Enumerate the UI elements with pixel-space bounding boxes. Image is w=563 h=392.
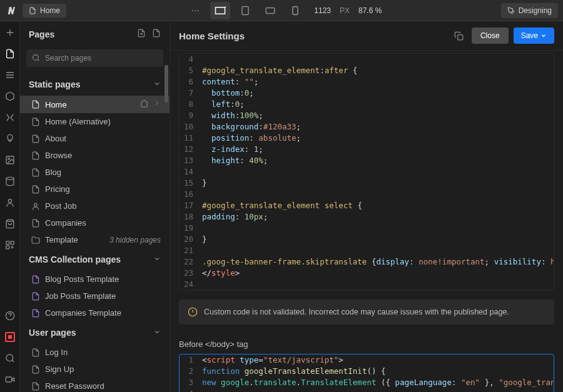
sidebar-page-item[interactable]: Pricing xyxy=(20,181,170,198)
zoom-value[interactable]: 87.6 % xyxy=(358,6,382,15)
save-button[interactable]: Save xyxy=(514,28,554,44)
variables-icon[interactable] xyxy=(4,111,16,124)
code-line[interactable]: 7 bottom:0; xyxy=(180,88,554,99)
webflow-logo-icon[interactable] xyxy=(5,4,18,17)
create-page-icon[interactable] xyxy=(137,29,146,39)
code-line[interactable]: 5#google_translate_element:after { xyxy=(180,65,554,76)
page-selector-button[interactable]: Home xyxy=(23,4,66,18)
sidebar-page-item[interactable]: Blog xyxy=(20,164,170,181)
sidebar-page-item[interactable]: Log In xyxy=(20,344,170,361)
code-text: #google_translate_element:after { xyxy=(198,65,357,76)
scrollbar-thumb[interactable] xyxy=(165,65,168,103)
assets-icon[interactable] xyxy=(4,154,16,166)
code-line[interactable]: 21 xyxy=(180,245,554,256)
code-line[interactable]: 17#google_translate_element select { xyxy=(180,200,554,211)
desktop-base-breakpoint-icon[interactable] xyxy=(210,2,230,19)
page-settings-chevron-icon[interactable] xyxy=(153,99,161,109)
sidebar-page-item[interactable]: About xyxy=(20,130,170,147)
code-line[interactable]: 4 xyxy=(180,54,554,65)
canvas-width-value[interactable]: 1123 xyxy=(314,6,331,15)
code-line[interactable]: 18padding: 10px; xyxy=(180,211,554,223)
head-code-editor[interactable]: 45#google_translate_element:after {6cont… xyxy=(179,53,554,291)
warning-text: Custom code is not validated. Incorrect … xyxy=(204,308,509,316)
users-icon[interactable] xyxy=(4,196,16,209)
code-line[interactable]: 1<script type="text/javscript"> xyxy=(180,354,554,366)
line-number: 22 xyxy=(180,256,198,268)
video-tutorial-icon[interactable] xyxy=(4,373,16,386)
pages-panel-icon[interactable] xyxy=(4,48,16,60)
page-label: Log In xyxy=(45,348,68,357)
apps-icon[interactable] xyxy=(4,239,16,251)
line-number: 16 xyxy=(180,189,198,200)
code-line[interactable]: 10 background:#120a33; xyxy=(180,121,554,133)
search-icon xyxy=(32,54,40,64)
svg-rect-1 xyxy=(242,6,248,14)
landscape-breakpoint-icon[interactable] xyxy=(260,2,280,19)
design-mode-button[interactable]: Designing xyxy=(501,3,558,18)
add-element-icon[interactable] xyxy=(4,26,16,39)
code-line[interactable]: 9 width:100%; xyxy=(180,110,554,121)
code-line[interactable]: 4 xyxy=(180,388,554,392)
static-pages-section-header[interactable]: Static pages xyxy=(20,73,170,96)
code-line[interactable]: 24 xyxy=(180,279,554,290)
sidebar-page-item[interactable]: Home (Alernative) xyxy=(20,113,170,130)
page-label: Template xyxy=(45,235,78,244)
copy-icon[interactable] xyxy=(452,28,467,43)
body-code-editor[interactable]: 1<script type="text/javscript">2function… xyxy=(179,354,554,392)
page-type-icon xyxy=(31,292,40,301)
sidebar-page-item[interactable]: Job Posts Template xyxy=(20,288,170,304)
search-pages-input[interactable] xyxy=(26,49,163,67)
code-line[interactable]: 2function googleTranslateElementInit() { xyxy=(180,366,554,377)
line-number: 7 xyxy=(180,88,198,99)
code-line[interactable]: 6content: ""; xyxy=(180,76,554,88)
create-folder-icon[interactable] xyxy=(152,29,161,39)
more-icon[interactable]: ⋯ xyxy=(185,2,205,19)
sidebar-page-item[interactable]: Reset Password xyxy=(20,378,170,392)
page-type-icon xyxy=(31,151,40,160)
page-type-icon xyxy=(31,309,40,318)
cms-icon[interactable] xyxy=(4,175,16,188)
cms-pages-section-header[interactable]: CMS Collection pages xyxy=(20,248,170,271)
code-line[interactable]: 19 xyxy=(180,223,554,234)
sidebar-page-item[interactable]: Post Job xyxy=(20,198,170,214)
pages-panel: Pages Static pages HomeHome (Alernative)… xyxy=(20,21,170,392)
code-line[interactable]: 20} xyxy=(180,234,554,245)
sidebar-page-item[interactable]: Companies Template xyxy=(20,304,170,321)
chevron-down-icon xyxy=(540,33,547,39)
code-line[interactable]: 8 left:0; xyxy=(180,99,554,110)
sidebar-page-item[interactable]: Blog Posts Template xyxy=(20,271,170,288)
code-line[interactable]: 22.goog-te-banner-frame.skiptranslate {d… xyxy=(180,256,554,268)
sidebar-page-item[interactable]: Companies xyxy=(20,214,170,231)
code-line[interactable]: 12 z-index: 1; xyxy=(180,144,554,155)
sidebar-page-item[interactable]: Template3 hidden pages xyxy=(20,231,170,248)
tablet-breakpoint-icon[interactable] xyxy=(235,2,255,19)
left-tool-rail xyxy=(0,21,20,392)
code-line[interactable]: 11 position: absolute; xyxy=(180,133,554,144)
recording-indicator-icon[interactable] xyxy=(4,331,16,343)
code-text xyxy=(198,245,202,256)
code-line[interactable]: 16 xyxy=(180,189,554,200)
section-title: User pages xyxy=(29,328,76,338)
code-line[interactable]: 15} xyxy=(180,178,554,189)
sidebar-page-item[interactable]: Home xyxy=(20,96,170,113)
page-label: Post Job xyxy=(45,201,77,211)
code-line[interactable]: 3new google.translate.TranslateElement (… xyxy=(180,377,554,388)
help-icon[interactable] xyxy=(4,309,16,322)
code-line[interactable]: 14 xyxy=(180,166,554,178)
user-pages-section-header[interactable]: User pages xyxy=(20,321,170,344)
ecommerce-icon[interactable] xyxy=(4,218,16,230)
home-indicator-icon xyxy=(140,99,148,109)
sidebar-page-item[interactable]: Browse xyxy=(20,147,170,164)
search-icon[interactable] xyxy=(4,352,16,364)
navigator-icon[interactable] xyxy=(4,69,16,81)
mobile-breakpoint-icon[interactable] xyxy=(285,2,305,19)
code-line[interactable]: 13 height: 40%; xyxy=(180,155,554,166)
sidebar-page-item[interactable]: Sign Up xyxy=(20,361,170,378)
code-text: </style> xyxy=(198,268,240,279)
styles-icon[interactable] xyxy=(4,133,16,145)
code-line[interactable]: 23</style> xyxy=(180,268,554,279)
components-icon[interactable] xyxy=(4,90,16,103)
code-text: position: absolute; xyxy=(198,133,301,144)
close-button[interactable]: Close xyxy=(472,28,509,44)
svg-rect-8 xyxy=(6,241,9,244)
